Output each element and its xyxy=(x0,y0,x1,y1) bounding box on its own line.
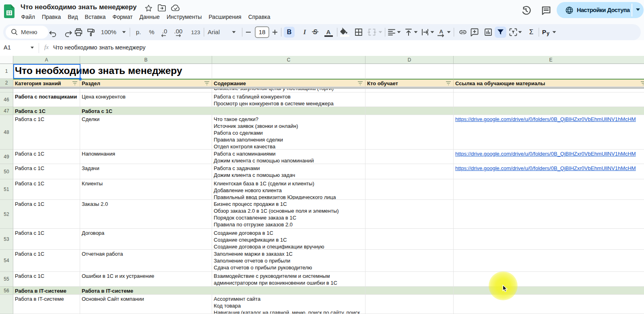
svg-text:A: A xyxy=(439,29,443,35)
svg-text:у: у xyxy=(547,31,549,36)
svg-text:.0: .0 xyxy=(162,28,167,35)
svg-text:18: 18 xyxy=(259,29,266,35)
svg-text:%: % xyxy=(149,29,154,35)
svg-text:A: A xyxy=(326,29,331,35)
svg-text:Arial: Arial xyxy=(208,29,220,35)
svg-text:123: 123 xyxy=(191,29,200,35)
svg-text:.00: .00 xyxy=(174,28,183,35)
svg-text:р.: р. xyxy=(136,29,141,35)
svg-text:I: I xyxy=(303,28,306,36)
svg-text:B: B xyxy=(287,29,292,35)
svg-text:100%: 100% xyxy=(101,29,116,35)
svg-text:Σ: Σ xyxy=(529,28,534,36)
svg-text:Р: Р xyxy=(542,29,546,35)
